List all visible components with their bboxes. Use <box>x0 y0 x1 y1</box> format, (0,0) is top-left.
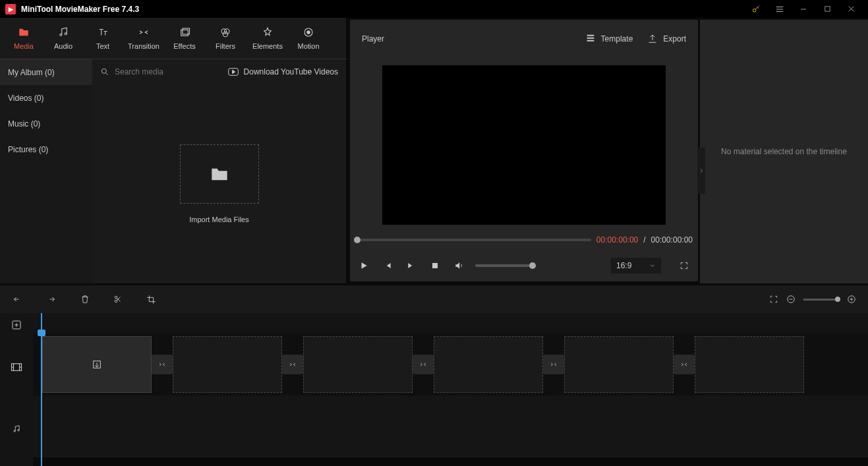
close-icon[interactable] <box>839 0 863 18</box>
scrubber[interactable] <box>355 239 591 241</box>
search-input[interactable] <box>115 67 207 76</box>
sidebar-item-music[interactable]: Music (0) <box>0 111 92 136</box>
tool-tabs: Media Audio Text Transition Effects Filt… <box>0 18 348 59</box>
volume-button[interactable] <box>451 261 466 270</box>
properties-panel: No material selected on the timeline <box>700 20 868 283</box>
tab-filters-label: Filters <box>216 42 235 50</box>
transition-slot[interactable] <box>674 355 695 374</box>
split-button[interactable] <box>113 294 123 305</box>
sidebar-item-pictures[interactable]: Pictures (0) <box>0 136 92 162</box>
video-track[interactable] <box>33 334 868 395</box>
maximize-icon[interactable] <box>815 0 839 18</box>
svg-rect-5 <box>183 28 190 34</box>
transition-slot[interactable] <box>543 355 564 374</box>
timeline-clip-slot[interactable] <box>42 336 152 393</box>
media-sidebar: My Album (0) Videos (0) Music (0) Pictur… <box>0 59 92 283</box>
tab-audio[interactable]: Audio <box>43 18 83 59</box>
zoom-in-button[interactable] <box>847 295 856 304</box>
zoom-out-button[interactable] <box>786 295 796 304</box>
timeline-clip-slot[interactable] <box>303 336 413 393</box>
svg-point-7 <box>225 29 230 34</box>
import-media-label: Import Media Files <box>189 216 248 223</box>
transition-slot[interactable] <box>152 355 173 374</box>
tab-elements-label: Elements <box>252 42 283 50</box>
svg-point-10 <box>307 31 310 34</box>
zoom-handle[interactable] <box>835 297 840 302</box>
svg-point-21 <box>18 430 19 431</box>
import-media-button[interactable] <box>180 144 259 204</box>
delete-button[interactable] <box>80 294 90 305</box>
svg-point-2 <box>60 34 62 36</box>
player-panel: Player Template Export 00:00:00:00 / 00:… <box>350 20 698 281</box>
prev-frame-button[interactable] <box>380 261 395 270</box>
redo-button[interactable] <box>46 295 57 304</box>
video-track-icon <box>0 336 33 398</box>
crop-button[interactable] <box>146 295 156 305</box>
template-icon <box>585 34 596 44</box>
edit-toolbar <box>0 285 868 313</box>
aspect-ratio-select[interactable]: 16:9 <box>611 258 661 274</box>
aspect-ratio-label: 16:9 <box>616 261 631 270</box>
chevron-down-icon <box>649 262 656 269</box>
search-wrap <box>100 67 223 76</box>
app-title: MiniTool MovieMaker Free 7.4.3 <box>21 5 139 14</box>
tab-elements[interactable]: Elements <box>246 18 289 59</box>
sidebar-item-videos[interactable]: Videos (0) <box>0 85 92 111</box>
tab-motion[interactable]: Motion <box>289 18 328 59</box>
scrubber-handle[interactable] <box>354 237 361 243</box>
fullscreen-button[interactable] <box>677 261 691 270</box>
export-button[interactable]: Export <box>647 34 686 44</box>
zoom-slider[interactable] <box>803 299 839 301</box>
template-label: Template <box>601 34 633 44</box>
time-current: 00:00:00:00 <box>596 235 638 245</box>
volume-handle[interactable] <box>529 262 536 269</box>
svg-point-0 <box>753 9 756 12</box>
collapse-panel-button[interactable] <box>697 148 705 194</box>
tab-filters[interactable]: Filters <box>204 18 246 59</box>
tab-text[interactable]: Text <box>83 18 123 59</box>
tab-text-label: Text <box>96 42 109 50</box>
chevron-right-icon <box>699 167 704 174</box>
timeline-clip-slot[interactable] <box>173 336 282 393</box>
sidebar-item-label: Music (0) <box>8 119 40 129</box>
fit-timeline-button[interactable] <box>769 295 778 304</box>
timeline-clip-slot[interactable] <box>564 336 674 393</box>
stop-button[interactable] <box>428 262 442 270</box>
youtube-icon <box>228 68 239 76</box>
tab-effects-label: Effects <box>173 42 195 50</box>
hamburger-menu-icon[interactable] <box>768 0 792 18</box>
timeline-clip-slot[interactable] <box>695 336 804 393</box>
playhead[interactable] <box>41 313 42 466</box>
timeline-clip-slot[interactable] <box>434 336 543 393</box>
volume-slider[interactable] <box>475 264 535 267</box>
audio-track[interactable] <box>33 395 868 457</box>
template-button[interactable]: Template <box>585 34 633 44</box>
svg-rect-13 <box>432 263 438 268</box>
play-button[interactable] <box>357 261 371 270</box>
transition-slot[interactable] <box>413 355 434 374</box>
svg-rect-4 <box>181 30 188 36</box>
time-total: 00:00:00:00 <box>651 235 693 245</box>
premium-key-icon[interactable] <box>744 0 768 18</box>
add-track-button[interactable] <box>0 313 33 336</box>
download-youtube-button[interactable]: Download YouTube Videos <box>228 67 338 76</box>
sidebar-item-label: My Album (0) <box>8 68 55 77</box>
tab-effects[interactable]: Effects <box>165 18 204 59</box>
app-logo-icon: ▶ <box>5 4 16 15</box>
minimize-icon[interactable] <box>792 0 815 18</box>
timeline-ruler[interactable] <box>33 313 868 334</box>
download-youtube-label: Download YouTube Videos <box>244 67 338 76</box>
tab-media[interactable]: Media <box>4 18 43 59</box>
tab-transition-label: Transition <box>128 42 159 50</box>
svg-point-11 <box>101 69 106 73</box>
svg-point-8 <box>223 32 228 37</box>
export-icon <box>647 34 658 44</box>
transition-slot[interactable] <box>282 355 303 374</box>
next-frame-button[interactable] <box>404 261 419 270</box>
tab-transition[interactable]: Transition <box>123 18 165 59</box>
search-icon <box>100 67 109 76</box>
undo-button[interactable] <box>12 295 22 304</box>
video-preview <box>382 65 666 225</box>
sidebar-item-my-album[interactable]: My Album (0) <box>0 59 92 85</box>
tab-media-label: Media <box>14 42 34 50</box>
